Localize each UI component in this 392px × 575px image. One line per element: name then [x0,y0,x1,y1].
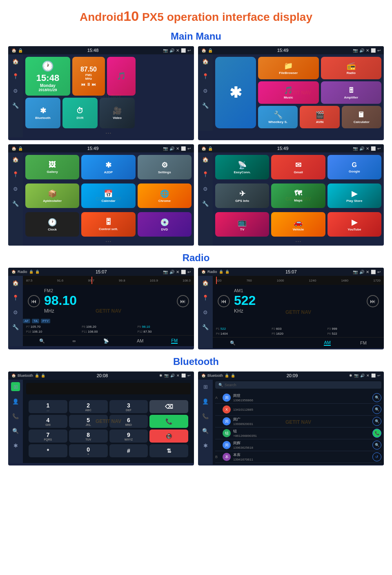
tune-icon-3[interactable]: ⚙ [11,184,20,193]
tile-maps[interactable]: 🗺 Maps [271,183,325,208]
home-icon-3[interactable]: 🏠 [11,155,20,164]
tile-clock[interactable]: 🕐 15:48 Monday 2018/01/29 [25,57,70,96]
tile-musicapp[interactable]: 🎵 Music [258,81,319,104]
tune-icon-r2[interactable]: ⚙ [201,308,210,317]
search-icon-bt1[interactable]: 🔍 [11,426,20,435]
tile-playstore[interactable]: ▶ Play Store [327,183,381,208]
gear-icon-2[interactable]: 🔧 [201,101,210,110]
key-swap[interactable]: ⇅ [149,444,188,457]
tile-avin[interactable]: 🎬 AVIN [300,106,339,128]
preset-p12[interactable]: P12 87.50 [138,330,191,333]
antenna-btn-fm[interactable]: 📡 [103,338,109,344]
location-icon-2[interactable]: 📍 [201,72,210,81]
preset-p11[interactable]: P11 108.00 [82,330,135,333]
tile-controlsett[interactable]: 🎛 Control sett. [81,212,135,237]
radio-next-am[interactable]: ⏭ [367,295,379,307]
tile-easyconn[interactable]: 📡 EasyConn. [215,155,269,179]
am-preset-p5[interactable]: P5 1620 [272,332,325,336]
tile-youtube[interactable]: ▶ YouTube [327,212,381,237]
home-icon[interactable]: 🏠 [11,57,20,66]
tile-google[interactable]: G Google [327,155,381,179]
tile-music[interactable]: 🎵 [107,57,136,96]
location-icon-r1[interactable]: 📍 [11,293,20,302]
am-btn-am[interactable]: AM [324,340,331,346]
tile-chrome[interactable]: 🌐 Chrome [138,183,192,208]
am-preset-p4[interactable]: P4 1404 [216,332,269,336]
search-btn-am[interactable]: 🔍 [230,340,236,346]
gear-icon-3[interactable]: 🔧 [11,199,20,208]
tile-calendar[interactable]: 📅 Calendar [81,183,135,208]
gear-icon[interactable]: 🔧 [11,101,20,110]
key-6[interactable]: 6MNO [109,415,148,428]
calls-icon-bt2[interactable]: 📞 [201,412,210,421]
am-preset-p1[interactable]: P1 522 [216,327,269,331]
contacts-icon-bt1[interactable]: 👤 [11,397,20,406]
contact-action-3[interactable]: 🔍 [372,417,381,426]
key-backspace[interactable]: ⌫ [149,400,188,413]
tile-calculator[interactable]: 🖩 Calculator [342,106,381,128]
radio-next-fm[interactable]: ⏭ [177,295,189,307]
dialpad-icon-bt1[interactable]: ⊞ [11,382,20,391]
search-btn-fm[interactable]: 🔍 [39,338,45,344]
dialpad-icon-bt2[interactable]: ⊞ [201,382,210,391]
location-icon[interactable]: 📍 [11,72,20,81]
am-preset-p2[interactable]: P2 603 [272,327,325,331]
key-hash[interactable]: # [109,444,148,457]
key-hangup[interactable]: 📵 [149,430,188,443]
contact-action-2[interactable]: 🔍 [372,405,381,414]
tune-icon[interactable]: ⚙ [11,86,20,95]
tile-clock2[interactable]: 🕐 Clock [25,212,79,237]
gear-icon-4[interactable]: 🔧 [201,199,210,208]
contact-action-6[interactable]: ↺ [372,452,381,461]
radio-prev-am[interactable]: ⏮ [218,295,230,307]
tile-bluetooth[interactable]: ✱ Bluetooth [25,98,60,128]
preset-p9[interactable]: P9 98.10 [138,325,191,329]
am-btn-fm[interactable]: AM [137,338,144,343]
tune-icon-4[interactable]: ⚙ [201,184,210,193]
am-preset-p6[interactable]: P6 522 [327,332,381,336]
home-icon-2[interactable]: 🏠 [201,57,210,66]
calls-icon-bt1[interactable]: 📞 [11,412,20,421]
tile-vehicle[interactable]: 🚗 Vehicle [271,212,325,237]
tile-gpsinfo[interactable]: ✈ GPS Info [215,183,269,208]
preset-p8[interactable]: P8 106.20 [82,325,135,329]
radio-prev-fm[interactable]: ⏮ [28,295,40,307]
tile-radioapp[interactable]: 📻 Radio [321,57,382,79]
key-7[interactable]: 7PQRS [29,430,67,443]
tile-video[interactable]: 🎥 Video [100,98,135,128]
tile-dvdapp[interactable]: 💿 DVD [138,212,192,237]
key-5[interactable]: 5JKL [69,415,108,428]
key-2[interactable]: 2ABC [69,400,108,413]
contact-action-5[interactable]: 🔍 [372,441,381,450]
fm-btn-am[interactable]: FM [360,340,367,345]
bt-icon-bt2[interactable]: ✱ [201,441,210,450]
contact-action-4[interactable]: 📞 [372,429,381,438]
key-0[interactable]: 0+ [69,444,108,457]
key-4[interactable]: 4GHI [29,415,67,428]
key-call[interactable]: 📞 [149,415,188,428]
location-icon-4[interactable]: 📍 [201,170,210,179]
link-btn-fm[interactable]: ∞ [73,338,76,343]
contacts-icon-bt2[interactable]: 👤 [201,397,210,406]
home-icon-r1[interactable]: 🏠 [11,278,20,287]
home-icon-r2[interactable]: 🏠 [201,278,210,287]
am-preset-p3[interactable]: P3 999 [327,327,381,331]
bt-search[interactable]: 🔍Search [215,381,381,389]
contact-action-1[interactable]: 🔍 [372,393,381,402]
bt-icon-bt1[interactable]: ✱ [11,441,20,450]
key-3[interactable]: 3DEF [109,400,148,413]
key-9[interactable]: 9WXYZ [109,430,148,443]
preset-p7[interactable]: P7 105.70 [26,325,79,329]
tile-gallery[interactable]: 🖼 Gallery [25,155,79,179]
tile-dvr[interactable]: ⏱ DVR [62,98,98,128]
tile-amplifier[interactable]: 🎚 Amplifier [321,81,382,104]
tile-wheelkey[interactable]: 🔧 Wheelkey S. [258,106,298,128]
tune-icon-2[interactable]: ⚙ [201,86,210,95]
key-star[interactable]: * [29,444,67,457]
tile-apkinstaller[interactable]: 📦 ApkInstaller [25,183,79,208]
key-8[interactable]: 8TUV [69,430,108,443]
fm-btn-fm[interactable]: FM [171,338,178,344]
home-icon-4[interactable]: 🏠 [201,155,210,164]
key-1[interactable]: 1… [29,400,67,413]
preset-p10[interactable]: P10 106.10 [26,330,79,333]
